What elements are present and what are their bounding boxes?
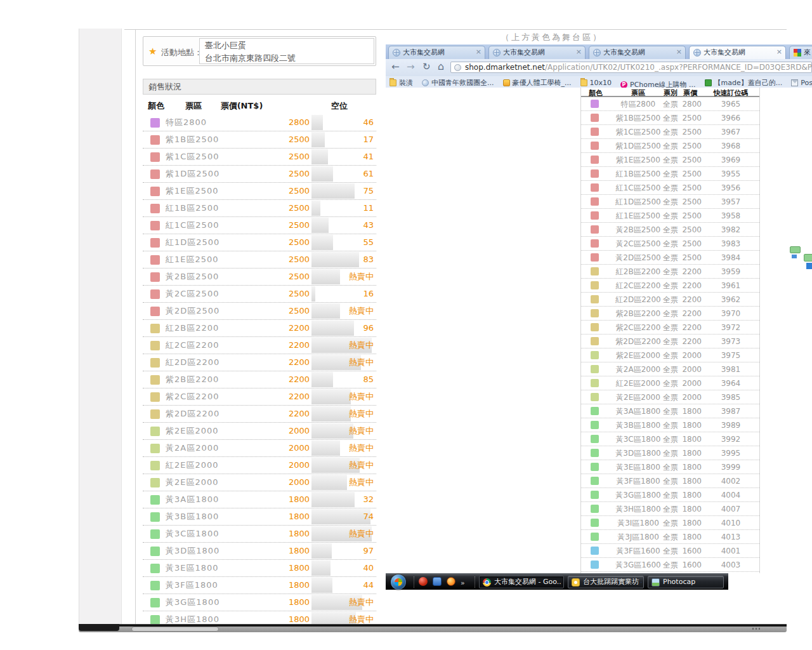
cart-icon	[503, 79, 510, 86]
ticket-price: 1800	[676, 488, 702, 502]
availability-bar	[311, 132, 325, 147]
table-row: 紅1D區2500 2500 55	[143, 234, 376, 251]
col-color: 顏色	[148, 100, 164, 112]
quick-launch: »	[419, 577, 465, 587]
availability-bar	[311, 252, 359, 267]
zone-color-swatch	[591, 393, 599, 401]
desktop-shortcut-icon[interactable]	[792, 255, 797, 258]
table-row: 黃2C區2500 全票 2500 3983	[581, 237, 759, 251]
zone-price: 2800	[244, 114, 310, 131]
app-icon	[483, 578, 491, 587]
zone-color-swatch	[150, 581, 160, 590]
col-price: 票價	[678, 88, 703, 98]
availability-cell: 熱賣中	[311, 423, 375, 439]
blue-app-icon[interactable]	[433, 577, 442, 586]
bookmark-item[interactable]: 10x10	[580, 76, 612, 89]
taskbar: » 大市集交易網 - Goo... 台大批踢踢實業坊 - ... Photoca…	[386, 573, 728, 590]
browser-tab[interactable]: 大市集交易網 ×	[488, 46, 586, 59]
taskbar-window-button[interactable]: 大市集交易網 - Goo...	[479, 576, 564, 588]
availability-cell: 熱賣中	[311, 611, 375, 625]
zone-color-swatch	[150, 375, 160, 385]
availability-value: 97	[363, 543, 374, 559]
availability-value: 17	[363, 131, 374, 148]
tab-close-icon[interactable]: ×	[676, 48, 682, 56]
table-row: 紫1B區2500 全票 2500 3966	[581, 111, 759, 125]
pchome-icon	[620, 81, 627, 88]
zone-color-swatch	[150, 529, 160, 539]
booking-code: 4001	[705, 544, 756, 558]
bookmark-item[interactable]: 裝潢	[390, 76, 413, 89]
bookmark-item[interactable]: 中國青年救國團全...	[422, 76, 494, 89]
ticket-price: 2500	[676, 223, 702, 237]
desktop-shortcut-icon[interactable]	[790, 246, 801, 253]
zone-name: 黃2E區2000	[166, 474, 219, 491]
availability-bar	[311, 235, 333, 250]
back-button[interactable]: ←	[391, 61, 400, 72]
availability-value: 55	[363, 234, 374, 251]
zone-name: 黃2D區2500	[166, 303, 219, 319]
availability-value: 61	[363, 166, 374, 182]
desktop-shortcut-icon[interactable]	[806, 263, 812, 269]
zone-color-swatch	[150, 409, 160, 419]
zone-color-swatch	[591, 519, 599, 527]
quick-launch-overflow-chevron[interactable]: »	[461, 579, 465, 587]
zone-color-swatch	[150, 598, 160, 607]
table-row: 黃3D區1800 全票 1800 3995	[581, 446, 759, 460]
zone-name: 紫1E區2500	[166, 183, 219, 199]
sales-table-header: 顏色 票區 票價(NT$) 空位	[143, 96, 376, 114]
ticket-price: 2000	[676, 348, 702, 362]
address-bar[interactable]: shop.dmarketnet.net/Application/UTK02/UT…	[450, 62, 812, 73]
bookmark-item[interactable]: Postcards cor	[791, 76, 812, 89]
zone-color-swatch	[591, 560, 599, 569]
availability-cell: 32	[311, 491, 375, 508]
firefox-icon[interactable]	[447, 577, 455, 586]
availability-value: 熱賣中	[349, 526, 374, 542]
home-button[interactable]: ⌂	[438, 60, 444, 72]
bookmark-label: 中國青年救國團全...	[431, 78, 494, 88]
browser-tab[interactable]: 來 ×	[789, 46, 812, 59]
desktop-shortcut-icon[interactable]	[804, 254, 812, 262]
availability-bar	[311, 509, 370, 524]
browser-tab[interactable]: 大市集交易網 ×	[388, 46, 485, 59]
venue-info: 臺北小巨蛋 台北市南京東路四段二號	[199, 38, 374, 64]
zone-name: 黃3G區1800	[166, 594, 219, 611]
tab-close-icon[interactable]: ×	[776, 48, 782, 56]
availability-value: 83	[363, 251, 374, 268]
browser-page: 顏色 票區 票別 票價 快速訂位碼 特區2800 全票 2800 3965 紫1…	[386, 88, 812, 573]
tab-favicon-icon	[794, 49, 801, 56]
browser-tab[interactable]: 大市集交易網 ×	[689, 46, 786, 59]
sales-panel: ★ 活動地點： 臺北小巨蛋 台北市南京東路四段二號 銷售狀況 顏色 票區 票價(…	[135, 30, 379, 625]
taskbar-window-button[interactable]: 台大批踢踢實業坊 - ...	[568, 576, 644, 588]
tab-strip: 大市集交易網 × 大市集交易網 × 大市集交易網 × 大市集交易網 × 來 ×	[386, 44, 812, 59]
reload-button[interactable]: ↻	[422, 61, 431, 72]
zone-price: 1800	[244, 577, 310, 594]
ticket-price: 1800	[676, 502, 702, 516]
bookmark-item[interactable]: 豪優人體工學椅_...	[503, 76, 572, 89]
taskbar-window-button[interactable]: Photocap	[648, 576, 724, 588]
forward-button[interactable]: →	[407, 61, 415, 72]
bookmark-item[interactable]: 【made】蓋自己的...	[705, 76, 783, 89]
zone-color-swatch	[591, 295, 599, 303]
booking-code: 3982	[705, 223, 756, 237]
ticket-price: 2500	[676, 209, 702, 223]
window-title: 台大批踢踢實業坊 - ...	[583, 576, 641, 588]
zone-color-swatch	[150, 461, 160, 470]
mail-icon	[791, 79, 798, 86]
sales-table-body: 特區2800 2800 46 紫1B區2500 2500 17 紫1C區2500…	[143, 114, 376, 625]
browser-tab[interactable]: 大市集交易網 ×	[589, 46, 686, 59]
zone-color-swatch	[150, 547, 160, 556]
resize-grip	[752, 628, 761, 630]
tab-close-icon[interactable]: ×	[476, 48, 481, 56]
table-row: 黃2A區2000 全票 2000 3981	[581, 362, 759, 376]
booking-code: 3999	[705, 460, 756, 474]
zone-price: 2500	[244, 149, 310, 165]
scrollbar-thumb[interactable]	[131, 627, 219, 632]
availability-bar	[311, 492, 355, 507]
table-row: 紅2B區2200 全票 2200 3959	[581, 265, 759, 279]
zone-color-swatch	[150, 324, 160, 333]
start-button[interactable]	[391, 574, 406, 590]
red-app-icon[interactable]	[419, 577, 428, 586]
table-row: 黃2B區2500 2500 熱賣中	[143, 269, 376, 286]
tab-close-icon[interactable]: ×	[576, 48, 582, 56]
venue-box: ★ 活動地點： 臺北小巨蛋 台北市南京東路四段二號	[143, 36, 376, 66]
